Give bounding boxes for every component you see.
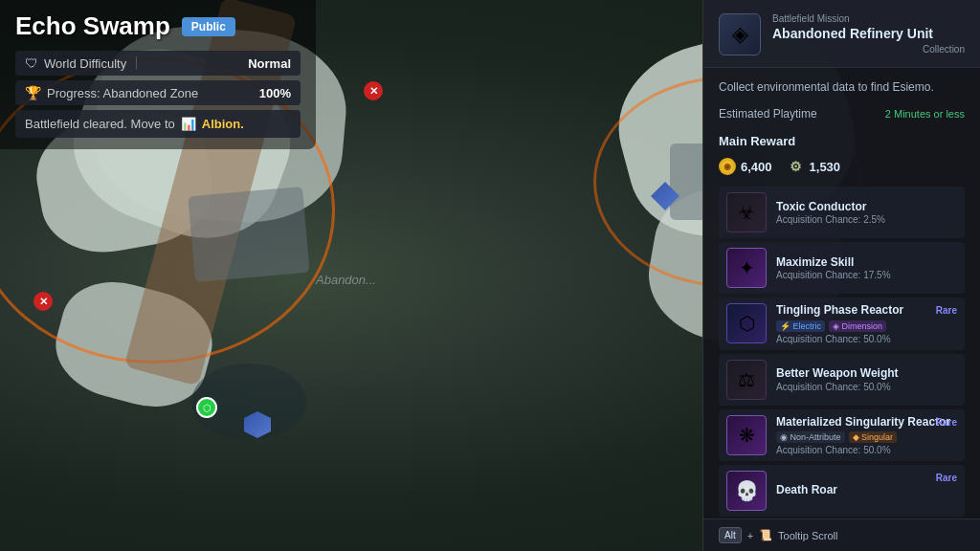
reward-thumb-icon: ❋ [739, 424, 755, 447]
reward-tags: ⚡ Electric ◈ Dimension [776, 320, 957, 332]
reward-name: Materialized Singularity Reactor [776, 415, 957, 430]
reward-name: Maximize Skill [776, 255, 957, 271]
map-structure [188, 187, 309, 282]
playtime-label: Estimated Playtime [719, 107, 817, 121]
marker-enemy: ✕ [33, 292, 53, 311]
reward-thumb-icon: ✦ [739, 256, 755, 279]
reward-thumb: ⬡ [726, 303, 767, 343]
tag-dimension: ◈ Dimension [829, 320, 886, 332]
mission-icon: ◈ [719, 13, 761, 55]
reward-thumb-icon: ⚖ [738, 368, 755, 391]
reward-name: Toxic Conductor [776, 200, 957, 215]
rare-badge: Rare [936, 473, 957, 483]
rare-badge: Rare [936, 417, 957, 428]
tag-electric: ⚡ Electric [776, 320, 825, 332]
playtime-value: 2 Minutes or less [885, 107, 965, 121]
reward-chance: Acquisition Chance: 50.0% [776, 445, 957, 455]
reward-details: Materialized Singularity Reactor ◉ Non-A… [776, 415, 957, 456]
title-row: Echo Swamp Public [15, 11, 301, 41]
reward-thumb: ✦ [726, 248, 767, 288]
public-badge: Public [182, 17, 235, 36]
scroll-icon: 📜 [759, 529, 772, 541]
reward-tags: ◉ Non-Attribute ◆ Singular [776, 431, 957, 443]
reward-item: ✦ Maximize Skill Acquisition Chance: 17.… [719, 242, 965, 294]
map-title: Echo Swamp [15, 11, 170, 41]
world-difficulty-label: World Difficulty [44, 56, 126, 71]
marker-player: ⬡ [196, 397, 217, 418]
mission-type: Battlefield Mission [772, 13, 965, 24]
cleared-destination: Albion. [202, 117, 244, 131]
world-difficulty-row: 🛡 World Difficulty Normal [15, 51, 301, 76]
gear-icon: ⚙ [788, 158, 805, 175]
progress-value: 100% [259, 86, 291, 100]
progress-label: Progress: Abandoned Zone [47, 86, 198, 100]
reward-details: Death Roar [776, 483, 957, 498]
cleared-text: Battlefield cleared. Move to [25, 117, 175, 131]
reward-name: Tingling Phase Reactor [776, 303, 957, 319]
footer-key: Alt [719, 527, 742, 543]
mission-icon-symbol: ◈ [732, 22, 748, 47]
separator [136, 56, 137, 70]
reward-thumb: ⚖ [726, 360, 767, 400]
rare-badge: Rare [936, 305, 957, 316]
progress-icon: 🏆 [25, 85, 41, 100]
gear-value: 1,530 [810, 160, 841, 174]
mission-info: Battlefield Mission Abandoned Refinery U… [772, 13, 965, 55]
world-difficulty-value: Normal [248, 56, 291, 71]
reward-chance: Acquisition Chance: 17.5% [776, 270, 957, 280]
playtime-row: Estimated Playtime 2 Minutes or less [719, 107, 965, 121]
reward-thumb-icon: ☣ [738, 201, 755, 224]
reward-thumb-icon: ⬡ [739, 312, 755, 335]
panel-header: ◈ Battlefield Mission Abandoned Refinery… [703, 0, 980, 68]
coins-value: 6,400 [741, 160, 772, 174]
reward-thumb-icon: 💀 [735, 479, 759, 502]
panel-footer: Alt + 📜 Tooltip Scroll [703, 518, 980, 551]
mission-panel: ◈ Battlefield Mission Abandoned Refinery… [702, 0, 980, 551]
coin-icon: ◉ [719, 158, 736, 175]
reward-item: ⬡ Tingling Phase Reactor ⚡ Electric ◈ Di… [719, 298, 965, 350]
reward-currency: ◉ 6,400 ⚙ 1,530 [719, 158, 965, 175]
cleared-bar: Battlefield cleared. Move to 📊 Albion. [15, 110, 301, 138]
difficulty-icon: 🛡 [25, 55, 38, 71]
reward-thumb: 💀 [726, 471, 767, 511]
reward-details: Better Weapon Weight Acquisition Chance:… [776, 366, 957, 392]
footer-plus: + [747, 530, 753, 541]
reward-chance: Acquisition Chance: 50.0% [776, 334, 957, 344]
reward-list: ☣ Toxic Conductor Acquisition Chance: 2.… [719, 187, 965, 517]
main-reward-title: Main Reward [719, 134, 965, 148]
mission-description: Collect environmental data to find Esiem… [719, 79, 965, 96]
hud-panel: Echo Swamp Public 🛡 World Difficulty Nor… [0, 0, 316, 149]
reward-details: Toxic Conductor Acquisition Chance: 2.5% [776, 200, 957, 226]
chart-icon: 📊 [181, 117, 196, 131]
reward-item: ☣ Toxic Conductor Acquisition Chance: 2.… [719, 187, 965, 238]
gear-item: ⚙ 1,530 [788, 158, 841, 175]
marker-enemy-2: ✕ [364, 81, 383, 100]
reward-details: Maximize Skill Acquisition Chance: 17.5% [776, 255, 957, 281]
reward-name: Better Weapon Weight [776, 366, 957, 382]
footer-label: Tooltip Scroll [778, 530, 837, 541]
tag-singular: ◆ Singular [849, 431, 898, 443]
reward-thumb: ❋ [726, 415, 767, 455]
coins-item: ◉ 6,400 [719, 158, 772, 175]
mission-name: Abandoned Refinery Unit [772, 26, 965, 42]
progress-row: 🏆 Progress: Abandoned Zone 100% [15, 80, 301, 105]
reward-name: Death Roar [776, 483, 957, 498]
reward-item: ❋ Materialized Singularity Reactor ◉ Non… [719, 409, 965, 462]
map-area-label: Abandon... [316, 273, 376, 287]
tag-nonattr: ◉ Non-Attribute [776, 431, 845, 443]
reward-item: 💀 Death Roar Rare [719, 465, 965, 517]
reward-thumb: ☣ [726, 192, 767, 232]
collection-tag: Collection [772, 44, 965, 55]
reward-details: Tingling Phase Reactor ⚡ Electric ◈ Dime… [776, 303, 957, 344]
reward-item: ⚖ Better Weapon Weight Acquisition Chanc… [719, 354, 965, 406]
reward-chance: Acquisition Chance: 2.5% [776, 214, 957, 225]
reward-chance: Acquisition Chance: 50.0% [776, 382, 957, 392]
panel-body: Collect environmental data to find Esiem… [703, 68, 980, 518]
